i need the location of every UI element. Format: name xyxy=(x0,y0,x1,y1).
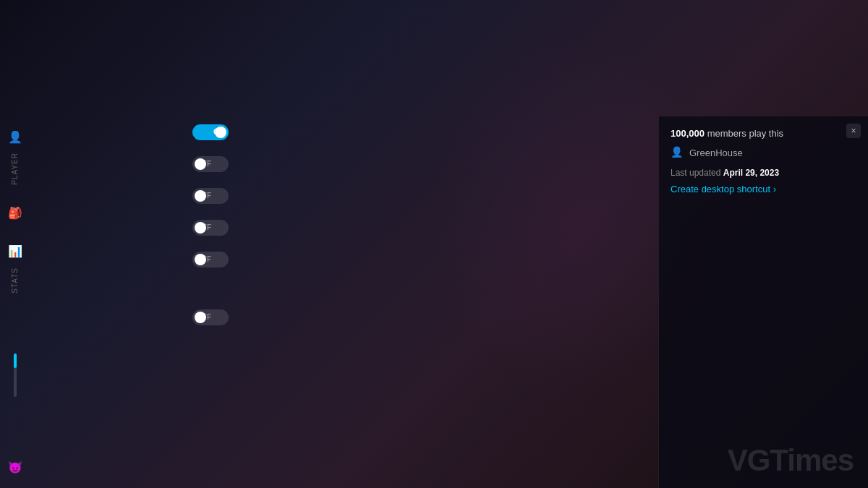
toggle-thumb xyxy=(195,158,206,170)
toggle-infinite-health[interactable]: ON xyxy=(192,124,229,140)
updated-date: April 29, 2023 xyxy=(723,168,779,178)
sidebar-icon-combat[interactable]: 😈 xyxy=(2,455,28,481)
sidebar-icon-stats[interactable]: 📊 xyxy=(2,239,28,265)
panel-author-row: 👤 GreenHouse xyxy=(671,146,856,159)
toggle-thumb xyxy=(195,222,206,234)
sidebar-scroll-thumb xyxy=(14,354,17,368)
panel-updated: Last updated April 29, 2023 xyxy=(671,168,856,178)
panel-shortcut-link[interactable]: Create desktop shortcut › xyxy=(671,184,856,194)
panel-close-btn[interactable]: × xyxy=(846,124,861,138)
sidebar-icon-inventory[interactable]: 🎒 xyxy=(2,200,28,226)
sidebar-section-inventory: 🎒 xyxy=(0,200,30,226)
toggle-infinite-force[interactable]: OFF xyxy=(192,156,229,172)
author-icon: 👤 xyxy=(671,146,684,159)
toggle-infinite-super-meter[interactable]: OFF xyxy=(192,220,229,236)
toggle-thumb xyxy=(215,127,226,138)
sidebar-section-combat: 😈 xyxy=(0,455,30,481)
toggle-thumb xyxy=(195,312,206,323)
panel-members: 100,000 members play this xyxy=(671,128,856,139)
sidebar-scrollbar[interactable] xyxy=(14,354,17,397)
author-name: GreenHouse xyxy=(689,147,743,158)
toggle-thumb xyxy=(195,190,206,202)
sidebar-icon-player[interactable]: 👤 xyxy=(2,124,28,150)
members-count: 100,000 xyxy=(671,128,705,139)
right-panel: × 100,000 members play this 👤 GreenHouse… xyxy=(658,116,868,488)
toggle-invisibility[interactable]: OFF xyxy=(192,252,229,267)
sidebar-label-stats: Stats xyxy=(11,267,19,294)
toggle-thumb xyxy=(195,254,206,265)
toggle-unlimited-health-pots[interactable]: OFF xyxy=(192,309,229,325)
toggle-infinite-block-stamina[interactable]: OFF xyxy=(192,188,229,204)
sidebar-label-player: Player xyxy=(11,153,19,185)
vgtimes-watermark: VGTimes xyxy=(728,443,854,478)
